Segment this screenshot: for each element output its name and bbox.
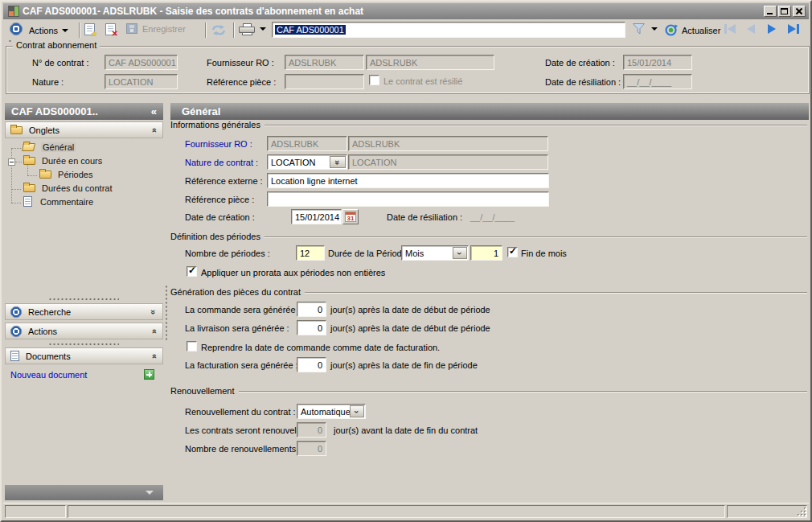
- renew-before-label: Les contrats seront renouvelés: [185, 425, 306, 435]
- tree-connector: [27, 175, 37, 176]
- creation-date-field: 15/01/2014: [623, 55, 692, 70]
- resize-grip[interactable]: [797, 507, 807, 517]
- collapse-up-icon[interactable]: »: [149, 127, 158, 132]
- order-generated-field[interactable]: 0: [297, 302, 326, 317]
- tree-item-commentaire[interactable]: Commentaire: [23, 196, 93, 209]
- contract-nature-dropdown-button[interactable]: »: [330, 156, 346, 168]
- tree-item-durees-du-contrat[interactable]: Durées du contrat: [23, 183, 113, 195]
- collapse-up-icon[interactable]: »: [149, 328, 158, 333]
- period-duration-combo[interactable]: Mois ›: [401, 245, 469, 261]
- title-bar: CAF ADS000001- ADSLRUBK - Saisie des con…: [3, 3, 809, 19]
- main-creation-date-field[interactable]: 15/01/2014: [291, 209, 342, 224]
- sidebar-splitter[interactable]: [48, 343, 119, 346]
- close-button[interactable]: [793, 6, 806, 17]
- tree-connector: [15, 162, 22, 162]
- tree-item-general[interactable]: Général: [23, 142, 76, 154]
- panel-onglets-header[interactable]: Onglets »: [5, 121, 163, 138]
- filter-button[interactable]: [632, 23, 646, 35]
- refresh-data-icon: [664, 23, 678, 37]
- nav-next-button[interactable]: [768, 24, 776, 34]
- panel-recherche-header[interactable]: Recherche »: [5, 303, 163, 320]
- fieldset-generation-pieces: Génération des pièces du contrat: [170, 287, 807, 297]
- contract-no-field: CAF ADS000001: [105, 55, 178, 70]
- tree-item-label[interactable]: Commentaire: [40, 197, 93, 207]
- tree-item-label[interactable]: Durée en cours: [42, 156, 102, 166]
- end-of-month-checkbox[interactable]: [507, 247, 518, 257]
- print-dropdown-button[interactable]: [260, 27, 266, 31]
- refresh-data-button[interactable]: Actualiser: [664, 23, 720, 37]
- main-ref-piece-label: Référence pièce :: [185, 195, 254, 204]
- contract-nature-label: Nature de contrat :: [185, 158, 258, 167]
- folder-icon: [39, 171, 51, 179]
- maximize-button[interactable]: [778, 6, 791, 17]
- actions-menu-button[interactable]: Actions: [29, 23, 68, 37]
- filter-dropdown-button[interactable]: [651, 27, 658, 31]
- folder-icon: [10, 126, 23, 134]
- nav-last-button[interactable]: [788, 24, 799, 34]
- sidebar-collapse-icon[interactable]: «: [151, 103, 157, 120]
- print-button[interactable]: [239, 23, 256, 36]
- record-selector-input[interactable]: CAF ADS000001: [272, 22, 625, 38]
- add-document-button[interactable]: [144, 369, 154, 380]
- contract-nature-combo[interactable]: LOCATION »: [267, 154, 347, 170]
- actions-target-icon: [10, 23, 23, 35]
- supplier-name-field: ADSLRUBK: [366, 55, 494, 70]
- contract-nature-value: LOCATION: [271, 158, 315, 167]
- filter-icon: [632, 23, 646, 35]
- sidebar-header: CAF ADS000001.. «: [5, 103, 163, 120]
- search-target-icon: [10, 306, 22, 317]
- sidebar-header-title: CAF ADS000001..: [11, 105, 98, 117]
- panel-actions-label: Actions: [28, 327, 57, 336]
- invoice-generated-field[interactable]: 0: [297, 357, 326, 372]
- external-ref-field[interactable]: Location ligne internet: [267, 173, 549, 188]
- new-document-link[interactable]: Nouveau document: [10, 370, 87, 380]
- main-termination-date-field: __/__/____: [470, 212, 515, 222]
- minimize-button[interactable]: [764, 6, 777, 17]
- termination-date-field: __/__/____: [623, 74, 692, 89]
- prorata-checkbox[interactable]: [187, 266, 197, 277]
- main-panel-title: Général: [170, 103, 809, 120]
- panel-onglets-label: Onglets: [29, 125, 59, 135]
- renewal-type-label: Renouvellement du contrat :: [185, 407, 296, 417]
- collapse-up-icon[interactable]: »: [149, 353, 158, 358]
- reuse-order-date-checkbox[interactable]: [187, 341, 197, 351]
- panel-splitter[interactable]: [165, 285, 168, 341]
- period-duration-value-field[interactable]: 1: [470, 245, 502, 261]
- nav-first-button: [724, 24, 736, 34]
- sidebar-bottom-dropdown-icon[interactable]: [146, 491, 154, 495]
- panel-documents-header[interactable]: Documents »: [5, 347, 163, 364]
- delete-record-button[interactable]: [105, 23, 116, 35]
- window-title: CAF ADS000001- ADSLRUBK - Saisie des con…: [23, 6, 363, 17]
- tree-item-periodes[interactable]: Périodes: [39, 169, 92, 182]
- tree-item-duree-en-cours[interactable]: Durée en cours: [23, 155, 102, 168]
- document-icon: [23, 196, 32, 207]
- terminated-checkbox: [369, 75, 379, 85]
- renewal-type-combo[interactable]: Automatique ›: [297, 404, 366, 419]
- expand-down-icon[interactable]: »: [149, 309, 158, 314]
- supplier-ro-code-field: ADSLRUBK: [267, 136, 347, 151]
- delivery-generated-field[interactable]: 0: [297, 320, 326, 335]
- supplier-ro-label: Fournisseur RO :: [185, 139, 252, 149]
- new-record-button[interactable]: [84, 23, 95, 35]
- app-window: CAF ADS000001- ADSLRUBK - Saisie des con…: [0, 0, 812, 522]
- renew-before-field: 0: [297, 422, 326, 438]
- refresh-button: [211, 24, 227, 36]
- main-toolbar: Actions Enregistrer: [3, 20, 809, 40]
- sidebar-splitter[interactable]: [48, 298, 119, 301]
- fieldset-renouvellement: Renouvellement: [170, 386, 807, 396]
- period-count-field[interactable]: 12: [296, 245, 325, 261]
- tree-item-label[interactable]: Périodes: [58, 170, 92, 179]
- renewal-type-dropdown-button[interactable]: ›: [350, 405, 364, 417]
- status-cell-message: [68, 505, 725, 518]
- tree-collapse-toggle[interactable]: [8, 158, 15, 166]
- tree-item-label[interactable]: Général: [41, 142, 76, 152]
- panel-actions-header[interactable]: Actions »: [5, 323, 163, 339]
- status-bar: [3, 503, 809, 519]
- calendar-icon: 31: [345, 212, 356, 222]
- calendar-button[interactable]: 31: [342, 209, 359, 224]
- period-duration-dropdown-button[interactable]: ›: [453, 247, 467, 259]
- sidebar-bottom-bar[interactable]: [5, 485, 163, 500]
- creation-date-label: Date de création :: [545, 58, 615, 68]
- main-ref-piece-field[interactable]: [267, 191, 549, 207]
- tree-item-label[interactable]: Durées du contrat: [42, 183, 112, 193]
